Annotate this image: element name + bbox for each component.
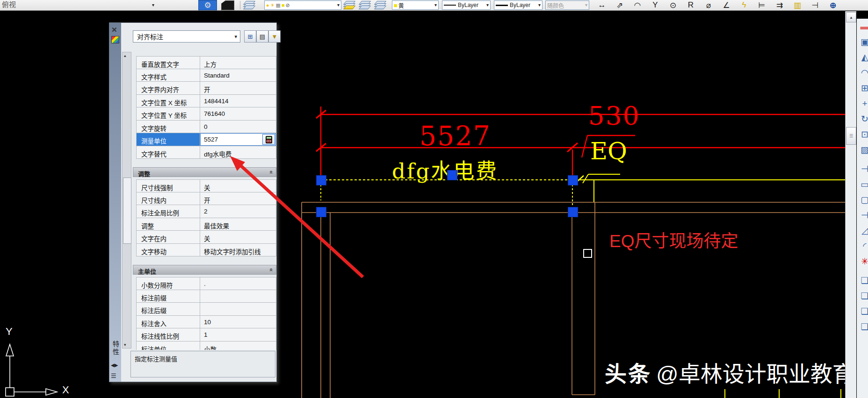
- prop-value[interactable]: 10: [200, 316, 276, 328]
- view-control-fragment[interactable]: 俯视: [2, 0, 16, 11]
- prop-value[interactable]: .: [200, 277, 276, 290]
- prop-value[interactable]: 关: [200, 231, 276, 243]
- chevron-down-icon: ▾: [234, 34, 237, 39]
- prop-value[interactable]: 761640: [200, 107, 276, 120]
- annotation-note: EQ尺寸现场待定: [609, 227, 738, 252]
- offset-icon[interactable]: ◠: [857, 65, 868, 80]
- prop-value[interactable]: 开: [200, 82, 276, 94]
- dimension-ruler-icon[interactable]: ▥: [788, 0, 806, 10]
- select-objects-button[interactable]: ▤: [256, 30, 268, 43]
- prop-value[interactable]: 0: [200, 121, 276, 133]
- prop-label: 测量单位: [137, 133, 200, 146]
- lineweight-control-dropdown[interactable]: ByLayer ▾: [494, 0, 542, 10]
- scroll-up-icon[interactable]: ▴: [124, 53, 126, 58]
- toggle-pickadd-button[interactable]: ▼: [268, 30, 281, 43]
- fillet-icon[interactable]: ◜: [857, 238, 868, 254]
- mirror-icon[interactable]: ◭: [857, 50, 868, 65]
- scale-icon[interactable]: ⊡: [857, 127, 868, 142]
- rotate-icon[interactable]: ↻: [857, 111, 868, 127]
- grip-unselected[interactable]: [583, 249, 592, 258]
- linear-dimension-icon[interactable]: ↔: [593, 0, 611, 10]
- scroll-up-button[interactable]: ▴: [846, 12, 856, 22]
- autocad-window: 5527 530 dfg水电费 EQ EQ尺寸现场待定 Y X 头条@卓林设计职…: [0, 0, 868, 398]
- prop-value[interactable]: 1: [200, 328, 276, 341]
- jogged-dimension-icon[interactable]: R: [682, 0, 700, 10]
- section-header-primary-units[interactable]: 主单位 «: [133, 265, 276, 275]
- layer-previous-button[interactable]: [360, 0, 370, 10]
- group-edit-icon[interactable]: ❏: [857, 304, 868, 319]
- collapse-chevron-icon[interactable]: «: [268, 268, 275, 271]
- prop-value[interactable]: Standard: [200, 69, 276, 82]
- layout-button[interactable]: [219, 0, 237, 10]
- dimension-text-override[interactable]: dfg水电费: [392, 154, 498, 185]
- grip-dimtext[interactable]: [447, 170, 457, 180]
- workspace-gear-button[interactable]: ⚙: [198, 0, 217, 10]
- palette-menu-icon[interactable]: ☰: [111, 372, 116, 379]
- group-select-icon[interactable]: ❏: [857, 319, 868, 334]
- calculator-button[interactable]: [262, 134, 275, 145]
- section-header-fit[interactable]: 调整 «: [133, 167, 276, 177]
- round-rectangle-icon[interactable]: ▢: [857, 192, 868, 207]
- trim-icon[interactable]: ⊣: [857, 161, 868, 177]
- aligned-dimension-icon[interactable]: ⇗: [611, 0, 629, 10]
- collapse-chevron-icon[interactable]: «: [268, 171, 275, 174]
- grip-defpoint-left[interactable]: [316, 207, 326, 217]
- chamfer-icon[interactable]: ◿: [857, 223, 868, 238]
- scrollbar-thumb[interactable]: [123, 178, 131, 244]
- chevron-down-icon: ▾: [434, 3, 437, 7]
- make-layer-current-button[interactable]: [344, 0, 354, 10]
- table-row: 文字样式 Standard: [136, 69, 276, 82]
- ordinate-dimension-icon[interactable]: Y: [646, 0, 664, 10]
- group-icon[interactable]: ❏: [857, 273, 868, 288]
- prop-label: 文字界内对齐: [137, 82, 200, 94]
- explode-icon[interactable]: ✳: [857, 254, 868, 269]
- prop-value[interactable]: 2: [200, 205, 276, 218]
- scrollbar-thumb[interactable]: ☰: [846, 127, 856, 145]
- view-dropdown-caret[interactable]: ▾: [152, 0, 154, 10]
- drawing-vertical-scrollbar[interactable]: ▴ ☰: [845, 11, 856, 398]
- grip-dimline-right[interactable]: [568, 175, 578, 185]
- copy-icon[interactable]: ▣: [857, 34, 868, 50]
- tolerance-icon[interactable]: ⊕: [824, 0, 842, 10]
- join-icon[interactable]: ⊣: [857, 207, 868, 223]
- prop-value[interactable]: 移动文字时添加引线: [200, 244, 276, 256]
- prop-value[interactable]: 开: [200, 192, 276, 205]
- quick-dimension-icon[interactable]: ϟ: [735, 0, 753, 10]
- autohide-icon[interactable]: ◀▶: [111, 362, 118, 368]
- rectangle-icon[interactable]: ▭: [857, 177, 868, 192]
- prop-value[interactable]: [200, 290, 276, 303]
- grip-defpoint-right[interactable]: [568, 207, 578, 217]
- prop-value-measurement[interactable]: 5527: [200, 133, 276, 146]
- angular-dimension-icon[interactable]: ∠: [717, 0, 735, 10]
- stretch-icon[interactable]: ▨: [857, 142, 868, 157]
- close-icon[interactable]: ✕: [111, 26, 117, 34]
- linetype-control-dropdown[interactable]: ByLayer ▾: [442, 0, 491, 10]
- prop-value[interactable]: 上方: [200, 57, 276, 69]
- continue-dimension-icon[interactable]: ⇉: [771, 0, 788, 10]
- prop-value[interactable]: 关: [200, 180, 276, 192]
- grip-dimline-left[interactable]: [316, 175, 326, 185]
- ungroup-icon[interactable]: ❏: [857, 288, 868, 304]
- layer-manager-button[interactable]: [244, 0, 254, 10]
- dimension-break-icon[interactable]: ⊣: [806, 0, 824, 10]
- array-icon[interactable]: ⊞: [857, 80, 868, 96]
- layer-current-icon: [344, 1, 354, 9]
- ucs-x-label: X: [62, 384, 69, 396]
- arc-length-dimension-icon[interactable]: ◠: [629, 0, 646, 10]
- color-control-dropdown[interactable]: ■ 黄 ▾: [392, 0, 439, 10]
- move-icon[interactable]: +: [857, 96, 868, 111]
- quick-select-button[interactable]: ⊞: [244, 30, 256, 43]
- prop-value[interactable]: 最佳效果: [200, 218, 276, 231]
- diameter-dimension-icon[interactable]: ⌀: [700, 0, 717, 10]
- prop-value[interactable]: [200, 303, 276, 315]
- layer-state-dropdown[interactable]: ● ☀ ▦ ■ ⊘ ▾: [264, 0, 341, 10]
- layer-states-button[interactable]: [375, 0, 385, 10]
- prop-value[interactable]: 小数: [200, 341, 276, 350]
- object-type-selector[interactable]: 对齐标注 ▾: [133, 30, 240, 43]
- prop-label: 垂直放置文字: [137, 57, 200, 69]
- erase-icon[interactable]: ▬: [857, 19, 868, 34]
- prop-value[interactable]: 1484414: [200, 95, 276, 107]
- prop-value[interactable]: dfg水电费: [200, 146, 276, 159]
- baseline-dimension-icon[interactable]: ⊨: [753, 0, 771, 10]
- radius-dimension-icon[interactable]: ⊙: [664, 0, 682, 10]
